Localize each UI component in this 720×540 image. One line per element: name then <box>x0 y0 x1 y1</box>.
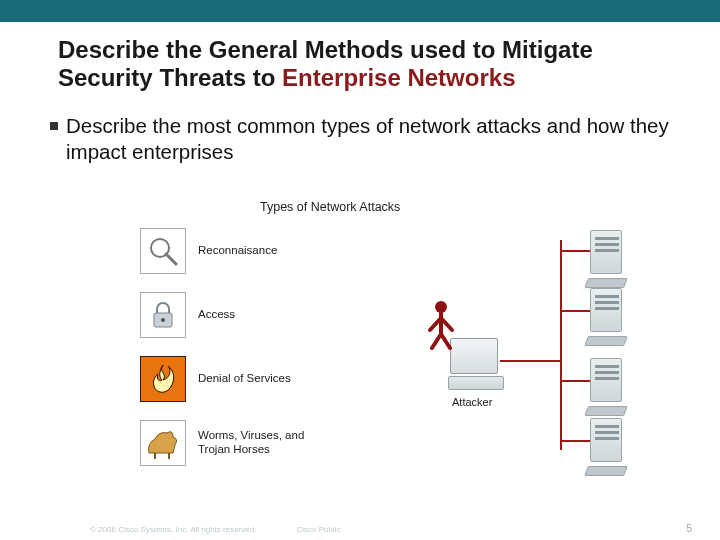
padlock-icon <box>140 292 186 338</box>
magnifier-icon <box>140 228 186 274</box>
server-icon <box>590 230 632 284</box>
diagram-title: Types of Network Attacks <box>260 200 400 214</box>
svg-point-3 <box>161 318 165 322</box>
fire-icon <box>140 356 186 402</box>
attacker-label: Attacker <box>452 396 492 408</box>
top-accent-bar <box>0 0 720 22</box>
wire <box>500 360 560 362</box>
bullet-text: Describe the most common types of networ… <box>66 113 670 164</box>
attack-label: Denial of Services <box>198 372 291 386</box>
bullet-marker-icon <box>50 122 58 130</box>
title-line-2-plain: Security Threats to <box>58 64 282 91</box>
wire <box>560 440 590 442</box>
title-line-2-accent: Enterprise Networks <box>282 64 515 91</box>
attack-item-malware: Worms, Viruses, and Trojan Horses <box>140 420 328 466</box>
slide-body: Describe the most common types of networ… <box>0 99 720 164</box>
attack-label: Access <box>198 308 235 322</box>
network-bus-line <box>560 240 562 450</box>
wire <box>560 310 590 312</box>
bullet-row: Describe the most common types of networ… <box>50 113 670 164</box>
attack-item-dos: Denial of Services <box>140 356 291 402</box>
footer-classification: Cisco Public <box>296 525 340 534</box>
person-icon <box>428 300 454 350</box>
computer-icon <box>450 338 508 394</box>
trojan-horse-icon <box>140 420 186 466</box>
diagram-area: Types of Network Attacks Reconnaisance A… <box>140 200 660 510</box>
server-icon <box>590 288 632 342</box>
wire <box>560 250 590 252</box>
footer: © 2006 Cisco Systems, Inc. All rights re… <box>90 525 340 534</box>
footer-copyright: © 2006 Cisco Systems, Inc. All rights re… <box>90 525 256 534</box>
attack-item-access: Access <box>140 292 235 338</box>
attack-label: Reconnaisance <box>198 244 277 258</box>
wire <box>560 380 590 382</box>
title-line-1: Describe the General Methods used to Mit… <box>58 36 593 63</box>
page-number: 5 <box>686 523 692 534</box>
svg-line-1 <box>166 254 176 264</box>
network-scene: Attacker <box>440 230 660 490</box>
server-icon <box>590 418 632 472</box>
server-icon <box>590 358 632 412</box>
attack-label: Worms, Viruses, and Trojan Horses <box>198 429 328 457</box>
attack-item-reconnaissance: Reconnaisance <box>140 228 277 274</box>
slide-title-block: Describe the General Methods used to Mit… <box>0 22 720 99</box>
slide-title: Describe the General Methods used to Mit… <box>58 36 670 91</box>
